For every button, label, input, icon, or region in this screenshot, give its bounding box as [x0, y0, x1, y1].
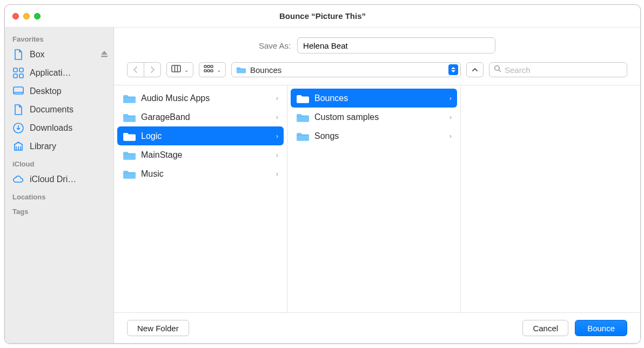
chevron-right-icon: ›: [450, 113, 452, 121]
folder-icon: [123, 169, 136, 179]
svg-rect-10: [211, 65, 213, 68]
save-as-label: Save As:: [259, 41, 291, 50]
minimize-window-button[interactable]: [23, 13, 30, 19]
chevron-up-icon: [471, 66, 479, 73]
column-2: [461, 85, 640, 312]
new-folder-button[interactable]: New Folder: [127, 320, 189, 336]
chevron-right-icon: ›: [450, 94, 452, 102]
zoom-window-button[interactable]: [34, 13, 41, 19]
sidebar-item-documents[interactable]: Documents: [5, 101, 113, 119]
forward-button[interactable]: [144, 62, 161, 77]
bounce-button[interactable]: Bounce: [575, 320, 627, 336]
folder-row[interactable]: Songs›: [291, 126, 457, 145]
search-input[interactable]: [505, 65, 622, 75]
sidebar-item-desktop[interactable]: Desktop: [5, 82, 113, 101]
back-button[interactable]: [127, 62, 144, 77]
view-mode-select[interactable]: ⌄: [166, 62, 193, 77]
sidebar-item-library[interactable]: Library: [5, 137, 113, 156]
titlebar: Bounce “Picture This”: [5, 5, 640, 28]
folder-row[interactable]: MainStage›: [117, 145, 284, 164]
folder-label: Logic: [141, 131, 267, 141]
sidebar: Favorites Box Applicati…: [5, 28, 114, 343]
sidebar-item-box[interactable]: Box: [5, 45, 113, 64]
chevron-right-icon: ›: [276, 151, 278, 159]
svg-rect-3: [14, 74, 17, 78]
collapse-button[interactable]: [466, 62, 484, 77]
sidebar-item-downloads[interactable]: Downloads: [5, 119, 113, 137]
sidebar-section-tags: Tags: [5, 203, 113, 218]
group-by-select[interactable]: ⌄: [199, 62, 226, 77]
columns-view-icon: [171, 65, 181, 75]
save-as-row: Save As:: [114, 28, 640, 59]
footer: New Folder Cancel Bounce: [114, 313, 640, 343]
library-icon: [12, 140, 24, 152]
toolbar: ⌄ ⌄ Bounces: [114, 59, 640, 85]
svg-rect-7: [172, 65, 180, 72]
main-panel: Save As: ⌄: [114, 28, 640, 343]
column-1: Bounces›Custom samples›Songs›: [287, 85, 461, 312]
folder-row[interactable]: Custom samples›: [291, 108, 457, 126]
folder-row[interactable]: Logic›: [117, 126, 284, 145]
sidebar-item-label: Documents: [30, 105, 73, 115]
folder-label: Bounces: [314, 93, 441, 103]
svg-rect-13: [211, 70, 213, 72]
folder-label: Songs: [314, 131, 441, 141]
folder-icon: [236, 66, 246, 73]
downloads-icon: [12, 122, 24, 134]
folder-icon: [296, 131, 309, 141]
folder-icon: [123, 131, 136, 141]
sidebar-item-label: Applicati…: [30, 68, 71, 78]
sidebar-item-label: Box: [30, 50, 45, 59]
sidebar-section-favorites: Favorites: [5, 31, 113, 45]
doc-icon: [12, 104, 24, 116]
sidebar-item-label: Desktop: [30, 86, 62, 96]
window-title: Bounce “Picture This”: [5, 11, 640, 21]
desktop-icon: [12, 85, 24, 97]
nav-back-forward: [127, 62, 161, 77]
folder-icon: [123, 93, 136, 103]
svg-rect-9: [207, 65, 210, 68]
dialog-window: Bounce “Picture This” Favorites Box: [4, 4, 641, 344]
eject-icon[interactable]: [100, 50, 108, 59]
folder-label: MainStage: [141, 150, 267, 160]
popup-arrows-icon: [448, 64, 458, 75]
apps-icon: [12, 67, 24, 79]
folder-icon: [123, 112, 136, 122]
sidebar-item-label: Downloads: [30, 123, 72, 133]
svg-rect-12: [207, 70, 210, 72]
search-icon: [494, 65, 501, 75]
column-browser: Audio Music Apps›GarageBand›Logic›MainSt…: [114, 85, 640, 313]
save-as-input[interactable]: [297, 37, 495, 53]
folder-icon: [296, 93, 309, 103]
svg-rect-2: [19, 68, 23, 72]
window-controls: [5, 13, 41, 19]
group-icon: [204, 65, 213, 75]
svg-rect-5: [14, 87, 23, 94]
svg-rect-1: [14, 68, 17, 72]
chevron-right-icon: ›: [450, 132, 452, 140]
folder-row[interactable]: Audio Music Apps›: [117, 89, 284, 108]
folder-row[interactable]: Music›: [117, 164, 284, 183]
svg-rect-4: [19, 74, 23, 78]
chevron-down-icon: ⌄: [217, 67, 221, 73]
sidebar-item-icloud-drive[interactable]: iCloud Dri…: [5, 170, 113, 189]
svg-rect-0: [101, 56, 108, 57]
folder-label: Custom samples: [314, 112, 441, 122]
close-window-button[interactable]: [12, 13, 19, 19]
cloud-icon: [12, 173, 24, 185]
folder-row[interactable]: GarageBand›: [117, 108, 284, 126]
location-label: Bounces: [250, 65, 444, 75]
cancel-button[interactable]: Cancel: [522, 320, 568, 336]
folder-label: Music: [141, 169, 267, 179]
folder-icon: [296, 112, 309, 122]
sidebar-item-applications[interactable]: Applicati…: [5, 64, 113, 82]
search-field[interactable]: [489, 62, 627, 77]
chevron-right-icon: ›: [276, 113, 278, 121]
chevron-right-icon: ›: [276, 132, 278, 140]
column-0: Audio Music Apps›GarageBand›Logic›MainSt…: [114, 85, 287, 312]
folder-row[interactable]: Bounces›: [291, 89, 457, 108]
sidebar-section-locations: Locations: [5, 189, 113, 203]
location-popup[interactable]: Bounces: [231, 62, 461, 77]
folder-label: GarageBand: [141, 112, 267, 122]
svg-rect-8: [204, 65, 206, 68]
